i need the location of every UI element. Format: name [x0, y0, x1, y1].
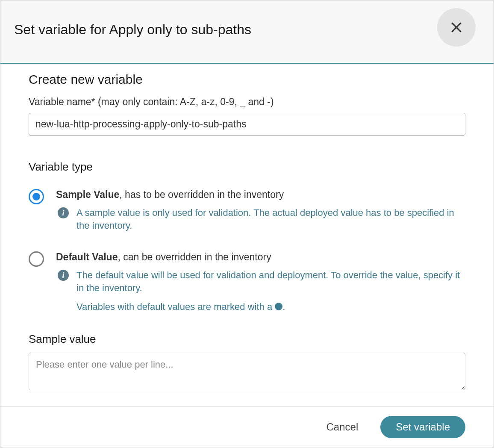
radio-sample-suffix: , has to be overridden in the inventory — [119, 189, 284, 200]
radio-sample-title-line: Sample Value, has to be overridden in th… — [56, 189, 465, 200]
radio-default-title: Default Value — [56, 251, 118, 262]
info-text-wrapper: A sample value is only used for validati… — [76, 206, 465, 232]
info-block-default: i The default value will be used for val… — [58, 269, 465, 313]
sample-value-textarea[interactable] — [29, 353, 465, 390]
radio-sample-value[interactable] — [29, 189, 44, 204]
radio-sample-title: Sample Value — [56, 189, 119, 200]
info-block-sample: i A sample value is only used for valida… — [58, 206, 465, 232]
variable-name-input[interactable] — [29, 113, 465, 136]
variable-type-heading: Variable type — [29, 160, 465, 174]
info-text-default-2-suffix: . — [282, 301, 285, 312]
variable-type-section: Variable type Sample Value, has to be ov… — [29, 160, 465, 313]
modal-body: Create new variable Variable name* (may … — [0, 64, 494, 406]
radio-option-sample: Sample Value, has to be overridden in th… — [29, 189, 465, 232]
set-variable-button[interactable]: Set variable — [380, 416, 465, 438]
info-text-default-2-prefix: Variables with default values are marked… — [76, 301, 275, 312]
radio-sample-content: Sample Value, has to be overridden in th… — [56, 189, 465, 232]
variable-name-label: Variable name* (may only contain: A-Z, a… — [29, 96, 465, 108]
sample-value-label: Sample value — [29, 333, 465, 346]
close-button[interactable] — [437, 8, 476, 47]
modal-title: Set variable for Apply only to sub-paths — [14, 22, 251, 38]
modal-footer: Cancel Set variable — [0, 406, 494, 448]
sample-value-section: Sample value — [29, 333, 465, 392]
radio-default-title-line: Default Value, can be overridden in the … — [56, 251, 465, 263]
close-icon — [450, 21, 463, 34]
set-variable-modal: Set variable for Apply only to sub-paths… — [0, 0, 494, 448]
modal-header: Set variable for Apply only to sub-paths — [0, 0, 494, 64]
info-icon: i — [58, 270, 69, 281]
marker-dot-icon — [275, 303, 282, 310]
radio-default-suffix: , can be overridden in the inventory — [118, 251, 271, 262]
info-text-default-2: Variables with default values are marked… — [76, 301, 465, 313]
info-text-default-1: The default value will be used for valid… — [76, 269, 465, 294]
cancel-button[interactable]: Cancel — [326, 421, 359, 433]
radio-default-content: Default Value, can be overridden in the … — [56, 251, 465, 313]
info-icon: i — [58, 207, 69, 218]
info-text-wrapper: The default value will be used for valid… — [76, 269, 465, 313]
create-variable-heading: Create new variable — [29, 72, 465, 87]
radio-option-default: Default Value, can be overridden in the … — [29, 251, 465, 313]
info-text-sample: A sample value is only used for validati… — [76, 206, 465, 232]
radio-default-value[interactable] — [29, 251, 44, 267]
